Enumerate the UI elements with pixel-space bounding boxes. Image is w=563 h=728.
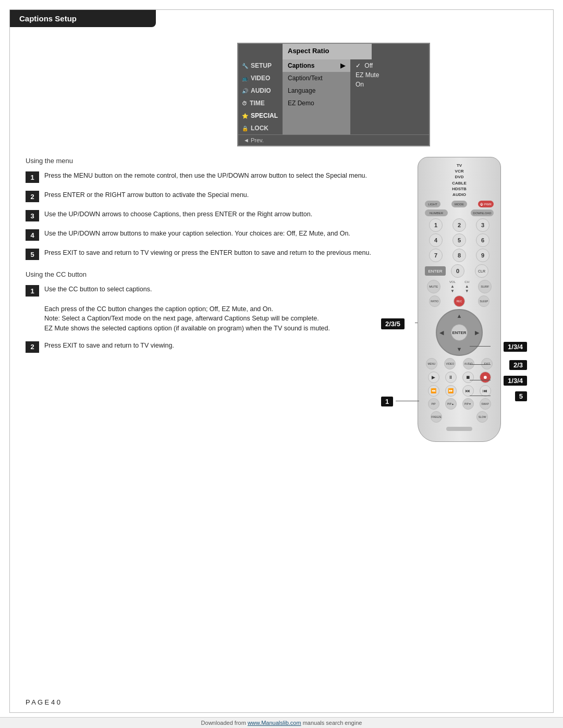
- light-button[interactable]: LIGHT: [425, 201, 440, 207]
- rew-button[interactable]: ⏪: [428, 385, 439, 397]
- osd-captions-label: Captions: [288, 62, 314, 69]
- remote-num-rec-row: NUMBER DOWNLOAD: [422, 209, 496, 216]
- num-btn-5[interactable]: 5: [452, 233, 466, 247]
- wrench-icon: 🔧: [242, 63, 248, 69]
- osd-sidebar-audio-label: AUDIO: [251, 87, 271, 94]
- star-icon: ⭐: [242, 113, 248, 119]
- num-btn-2[interactable]: 2: [452, 218, 466, 232]
- clear-button[interactable]: CLR: [475, 264, 488, 278]
- ratio-button[interactable]: RATIO: [429, 295, 440, 307]
- page-wrapper: Captions Setup Aspect Ratio: [9, 9, 554, 713]
- osd-header-row: Aspect Ratio: [238, 44, 429, 59]
- num-btn-0[interactable]: 0: [451, 264, 464, 278]
- osd-item-captions: Captions ▶: [283, 59, 350, 72]
- osd-sub-header: [372, 44, 429, 59]
- using-cc-section: Using the CC button 1 Use the CC button …: [26, 270, 376, 353]
- rec-button[interactable]: REC: [454, 295, 465, 307]
- slow-button[interactable]: SLOW: [476, 411, 488, 423]
- vol-label: VOL: [449, 280, 456, 283]
- ff-button[interactable]: ⏩: [445, 385, 457, 397]
- record-button[interactable]: DOWNLOAD: [471, 209, 494, 216]
- pause-button[interactable]: ⏸: [445, 372, 457, 383]
- step-badge-1: 1: [26, 171, 39, 183]
- step-badge-2: 2: [26, 191, 39, 202]
- step-cc-text-2: Press EXIT to save and return to TV view…: [44, 341, 174, 351]
- osd-footer: ◄ Prev.: [238, 134, 429, 145]
- play-button[interactable]: ▶: [428, 372, 439, 383]
- sleep-button[interactable]: SLEEP: [478, 295, 489, 307]
- remote-number-grid: 1 2 3 4 5 6 7 8 9: [425, 218, 494, 262]
- num-btn-7[interactable]: 7: [429, 249, 443, 262]
- dpad-left-arrow[interactable]: ◀: [439, 329, 444, 336]
- osd-item-language: Language: [283, 84, 350, 97]
- step-menu-5: 5 Press EXIT to save and return to TV vi…: [26, 248, 376, 260]
- step-cc-1: 1 Use the CC button to select captions. …: [26, 285, 376, 334]
- pip-button[interactable]: PIP: [428, 398, 439, 410]
- remote-mode-power-row: LIGHT MODE ⏻ PWR: [422, 201, 496, 207]
- num-btn-9[interactable]: 9: [476, 249, 489, 262]
- stop-button[interactable]: ⏹: [462, 372, 474, 383]
- vol-down-arrow[interactable]: ▼: [450, 289, 455, 293]
- callout-134-bot: 1/3/4: [504, 376, 527, 386]
- osd-main-row: 🔧 SETUP 📺 VIDEO 🔊 AUDIO ⏱: [238, 59, 429, 134]
- osd-sub-ezmute: EZ Mute: [356, 71, 424, 79]
- osd-sidebar-special-label: SPECIAL: [251, 112, 278, 119]
- enter-button[interactable]: ENTER: [425, 266, 446, 276]
- step-badge-3: 3: [26, 210, 39, 221]
- dpad-right-arrow[interactable]: ▶: [475, 329, 479, 336]
- osd-sidebar-video-label: VIDEO: [251, 75, 270, 82]
- num-btn-6[interactable]: 6: [476, 233, 489, 247]
- step-text-2: Press ENTER or the RIGHT arrow button to…: [44, 190, 249, 200]
- osd-sidebar-items: 🔧 SETUP 📺 VIDEO 🔊 AUDIO ⏱: [238, 59, 283, 134]
- pip-ch-button[interactable]: PIP▼: [462, 398, 474, 410]
- record-transport-button[interactable]: ⏺: [480, 372, 491, 383]
- mode-button[interactable]: MODE: [451, 201, 467, 207]
- step-menu-1: 1 Press the MENU button on the remote co…: [26, 171, 376, 183]
- num-btn-3[interactable]: 3: [476, 218, 489, 232]
- num-btn-4[interactable]: 4: [429, 233, 443, 247]
- mute-button[interactable]: MUTE: [427, 280, 440, 293]
- osd-sidebar-lock-label: LOCK: [251, 125, 268, 132]
- power-button[interactable]: ⏻ PWR: [478, 201, 494, 207]
- page-number: P A G E 4 0: [26, 698, 60, 706]
- empty-btn: [454, 411, 465, 423]
- dpad-up-arrow[interactable]: ▲: [457, 313, 462, 319]
- step-text-3: Use the UP/DOWN arrows to choose Caption…: [44, 209, 312, 219]
- remote-ff-rew: ⏪ ⏩ ⏭ ⏮: [425, 385, 494, 397]
- step-cc-badge-2: 2: [26, 341, 39, 353]
- number-button[interactable]: NUMBER: [425, 209, 448, 216]
- step-menu-4: 4 Use the UP/DOWN arrow buttons to make …: [26, 229, 376, 241]
- rpair-button[interactable]: SWAP: [480, 398, 491, 410]
- osd-sidebar-lock: 🔒 LOCK: [238, 122, 283, 134]
- osd-header-label: Aspect Ratio: [283, 44, 372, 59]
- dpad-enter-button[interactable]: ENTER: [451, 324, 468, 341]
- callout-line-23: [470, 364, 491, 365]
- menu-button[interactable]: MENU: [426, 358, 437, 369]
- video-button[interactable]: VIDEO: [444, 358, 456, 369]
- surf-button[interactable]: SURF: [478, 280, 492, 293]
- freeze-button[interactable]: FREEZE: [431, 411, 442, 423]
- callout-line-1: [396, 401, 419, 401]
- osd-sidebar-setup-label: SETUP: [251, 62, 272, 69]
- osd-item-captiontext: Caption/Text: [283, 72, 350, 84]
- step-text-1: Press the MENU button on the remote cont…: [44, 171, 367, 181]
- pip-move-button[interactable]: PIP▲: [445, 398, 457, 410]
- skip-rev-button[interactable]: ⏮: [480, 385, 491, 397]
- num-btn-1[interactable]: 1: [429, 218, 443, 232]
- osd-sub-items: Off EZ Mute On: [350, 59, 429, 134]
- dpad-down-arrow[interactable]: ▼: [457, 346, 462, 352]
- osd-sidebar-time-label: TIME: [250, 100, 265, 107]
- clock-icon: ⏱: [242, 101, 247, 106]
- ch-label: CH: [464, 280, 469, 283]
- ch-up-arrow[interactable]: ▲: [465, 284, 469, 289]
- ch-down-arrow[interactable]: ▼: [465, 289, 469, 293]
- osd-sidebar-setup: 🔧 SETUP: [238, 59, 283, 72]
- callout-line-134-bot: [470, 380, 491, 380]
- osd-sub-off: Off: [356, 62, 424, 69]
- vol-up-arrow[interactable]: ▲: [450, 284, 455, 289]
- download-link[interactable]: www.Manualslib.com: [248, 720, 301, 726]
- download-bar: Downloaded from www.Manualslib.com manua…: [0, 717, 563, 728]
- num-btn-8[interactable]: 8: [452, 249, 466, 262]
- step-badge-5: 5: [26, 249, 39, 260]
- skip-button[interactable]: ⏭: [462, 385, 474, 397]
